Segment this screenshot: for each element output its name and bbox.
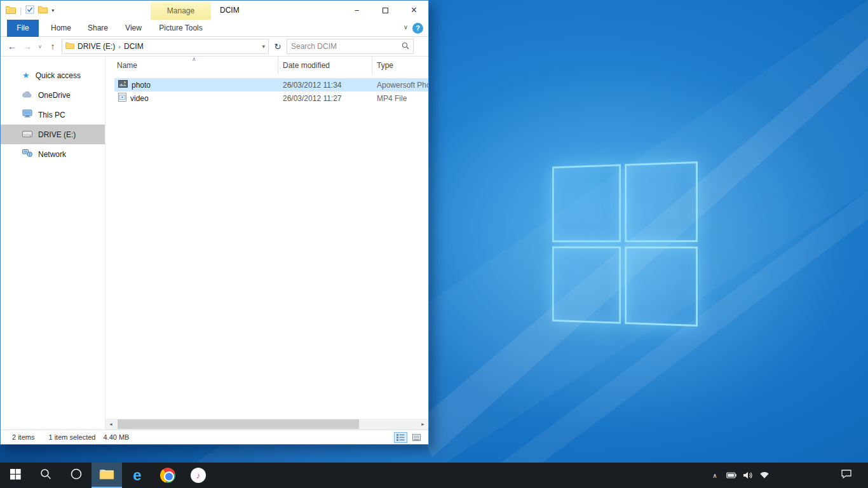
file-row-photo[interactable]: photo 26/03/2012 11:34 Apowersoft Pho — [114, 78, 428, 92]
taskbar-edge-button[interactable]: e — [122, 463, 153, 488]
help-button[interactable]: ? — [412, 23, 423, 34]
file-list-area: ∧ Name Date modified Type photo 26/03/20… — [105, 57, 428, 430]
sidebar-item-quick-access[interactable]: ★ Quick access — [1, 65, 105, 85]
window-controls: − × — [342, 1, 428, 20]
tab-file[interactable]: File — [7, 20, 39, 37]
sidebar-item-onedrive[interactable]: OneDrive — [1, 85, 105, 105]
back-button[interactable]: ← — [6, 41, 18, 51]
search-icon[interactable] — [402, 42, 409, 51]
windows-logo-pane — [552, 246, 621, 323]
window-title: DCIM — [220, 6, 240, 15]
up-button[interactable]: ↑ — [46, 41, 59, 51]
status-bar: 2 items 1 item selected 4.40 MB — [1, 430, 428, 444]
status-item-count: 2 items — [12, 433, 34, 441]
qat-customize-dropdown-icon[interactable]: ▾ — [51, 8, 54, 13]
cortana-icon — [70, 468, 83, 483]
onedrive-cloud-icon — [22, 91, 32, 100]
windows-logo — [552, 161, 698, 327]
scroll-right-icon[interactable]: ► — [417, 422, 428, 426]
qat-separator: | — [20, 6, 22, 15]
taskbar-file-explorer-button[interactable] — [92, 463, 122, 488]
file-type: Apowersoft Pho — [372, 81, 428, 90]
sidebar-item-this-pc[interactable]: This PC — [1, 105, 105, 125]
quick-access-toolbar: | ▾ — [6, 5, 54, 16]
properties-check-icon[interactable] — [25, 5, 34, 16]
network-icon — [22, 149, 32, 159]
sidebar-item-label: OneDrive — [38, 91, 71, 100]
search-box[interactable] — [287, 39, 414, 54]
file-type: MP4 File — [372, 94, 428, 103]
address-bar[interactable]: DRIVE (E:) › DCIM ▾ — [62, 39, 269, 54]
forward-button[interactable]: → — [21, 41, 34, 51]
tab-view[interactable]: View — [118, 20, 149, 37]
details-view-button[interactable] — [394, 432, 407, 443]
volume-icon[interactable] — [740, 463, 756, 488]
explorer-folder-icon[interactable] — [6, 6, 16, 16]
taskbar: e ♪ ∧ — [0, 463, 868, 488]
search-icon — [40, 468, 51, 482]
horizontal-scrollbar[interactable]: ◄ ► — [105, 419, 428, 430]
tray-icon-group: ∧ — [707, 463, 773, 488]
breadcrumb-separator-icon: › — [118, 43, 121, 50]
taskbar-search-button[interactable] — [31, 463, 61, 488]
ribbon-collapse-icon[interactable]: ∨ — [403, 24, 408, 30]
windows-start-icon — [10, 469, 21, 482]
file-rows: photo 26/03/2012 11:34 Apowersoft Pho vi… — [105, 74, 428, 419]
file-name: photo — [132, 81, 151, 90]
contextual-tab-group-manage[interactable]: Manage — [151, 3, 211, 20]
this-pc-icon — [22, 109, 32, 120]
scroll-left-icon[interactable]: ◄ — [105, 422, 116, 426]
hidden-icons-chevron[interactable]: ∧ — [707, 463, 723, 488]
itunes-icon: ♪ — [191, 468, 206, 483]
network-icon[interactable] — [756, 463, 773, 488]
status-selection: 1 item selected — [48, 433, 95, 441]
close-button[interactable]: × — [400, 1, 428, 20]
scrollbar-track[interactable] — [116, 419, 417, 430]
breadcrumb-drive[interactable]: DRIVE (E:) — [78, 42, 115, 51]
taskbar-start-button[interactable] — [0, 463, 31, 488]
sort-ascending-icon[interactable]: ∧ — [192, 56, 196, 62]
title-bar[interactable]: | ▾ Manage DCIM − × — [1, 1, 428, 20]
file-explorer-window: | ▾ Manage DCIM − × File Home Share View… — [0, 0, 429, 445]
new-folder-icon[interactable] — [38, 6, 48, 15]
sidebar-item-network[interactable]: Network — [1, 144, 105, 164]
tab-share[interactable]: Share — [81, 20, 115, 37]
status-size: 4.40 MB — [103, 433, 129, 441]
tab-picture-tools[interactable]: Picture Tools — [151, 20, 211, 37]
breadcrumb-folder[interactable]: DCIM — [124, 42, 144, 51]
file-row-video[interactable]: video 26/03/2012 11:27 MP4 File — [114, 92, 428, 105]
column-header-type[interactable]: Type — [372, 57, 428, 74]
history-dropdown-icon[interactable]: ∨ — [36, 44, 44, 50]
sidebar-item-label: This PC — [38, 111, 65, 119]
address-toolbar: ← → ∨ ↑ DRIVE (E:) › DCIM ▾ ↻ — [1, 37, 428, 57]
address-dropdown-icon[interactable]: ▾ — [262, 43, 265, 50]
column-headers: ∧ Name Date modified Type — [105, 57, 428, 74]
quick-access-star-icon: ★ — [22, 71, 30, 80]
action-center-icon — [841, 469, 852, 482]
action-center-button[interactable] — [834, 463, 859, 488]
sidebar-item-label: DRIVE (E:) — [38, 130, 76, 139]
video-file-icon — [118, 93, 126, 104]
refresh-button[interactable]: ↻ — [271, 42, 284, 51]
maximize-button[interactable] — [371, 1, 400, 20]
address-folder-icon — [65, 42, 74, 51]
file-date-modified: 26/03/2012 11:27 — [278, 94, 372, 103]
battery-icon[interactable] — [723, 463, 740, 488]
minimize-button[interactable]: − — [342, 1, 371, 20]
taskbar-cortana-button[interactable] — [61, 463, 92, 488]
sidebar-item-drive-e[interactable]: DRIVE (E:) — [1, 125, 105, 144]
maximize-icon — [383, 8, 388, 13]
file-explorer-icon — [99, 468, 114, 483]
taskbar-itunes-button[interactable]: ♪ — [183, 463, 214, 488]
tab-home[interactable]: Home — [44, 20, 78, 37]
search-input[interactable] — [291, 42, 402, 51]
chrome-icon — [160, 468, 175, 483]
thumbnails-view-button[interactable] — [410, 432, 423, 443]
file-name: video — [130, 94, 149, 103]
ribbon-tab-row: File Home Share View Picture Tools ∨ ? — [1, 20, 428, 37]
window-body: ★ Quick access OneDrive This PC DRIVE ( — [1, 57, 428, 430]
edge-icon: e — [133, 468, 141, 483]
taskbar-chrome-button[interactable] — [153, 463, 183, 488]
scrollbar-thumb[interactable] — [118, 419, 359, 429]
column-header-date-modified[interactable]: Date modified — [278, 57, 372, 74]
